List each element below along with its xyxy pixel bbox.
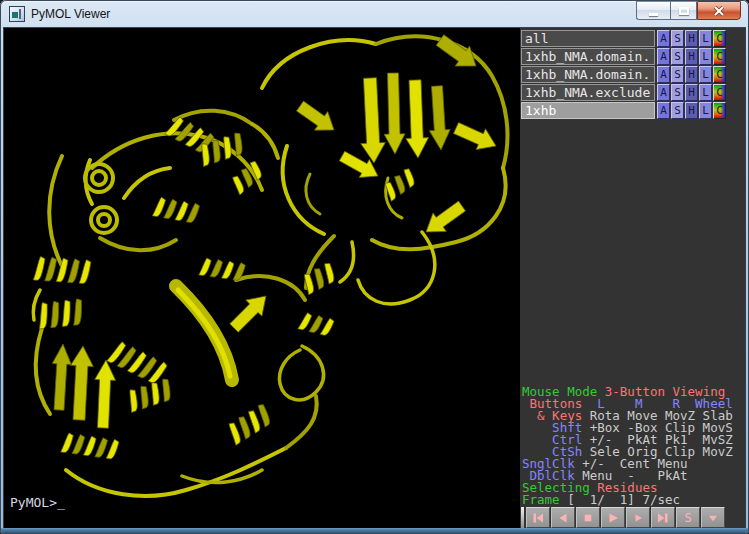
- object-hide-button[interactable]: H: [685, 30, 698, 47]
- close-button[interactable]: [697, 1, 741, 20]
- maximize-icon: [679, 7, 689, 15]
- internal-gui-panel: allASHLC1xhb_NMA.domain.ASHLC1xhb_NMA.do…: [520, 28, 745, 530]
- object-action-buttons: ASHLC: [657, 102, 727, 119]
- object-action-buttons: ASHLC: [657, 66, 727, 83]
- object-name-button[interactable]: 1xhb: [521, 102, 655, 119]
- scene-s-label: S: [684, 512, 691, 524]
- window-title: PyMOL Viewer: [31, 7, 110, 21]
- go-to-start-button[interactable]: [526, 507, 550, 528]
- object-show-button[interactable]: S: [671, 84, 684, 101]
- object-row: 1xhb_NMA.excludeASHLC: [521, 84, 744, 101]
- skip-start-icon: [532, 512, 544, 524]
- object-color-button[interactable]: C: [713, 102, 726, 119]
- scene-s-button[interactable]: S: [676, 507, 700, 528]
- down-icon: [707, 512, 719, 524]
- protein-cartoon: [33, 35, 507, 496]
- object-hide-button[interactable]: H: [685, 84, 698, 101]
- object-action-button[interactable]: A: [657, 48, 670, 65]
- object-name-button[interactable]: 1xhb_NMA.domain.: [521, 66, 655, 83]
- object-row: 1xhb_NMA.domain.ASHLC: [521, 66, 744, 83]
- object-label-button[interactable]: L: [699, 30, 712, 47]
- app-icon: [9, 6, 25, 22]
- step-back-button[interactable]: [551, 507, 575, 528]
- object-row: allASHLC: [521, 30, 744, 47]
- window-controls: [636, 1, 741, 20]
- titlebar[interactable]: PyMOL Viewer: [0, 0, 749, 28]
- pymol-window: PyMOL Viewer PyMOL>_ allAS: [0, 0, 749, 534]
- object-action-button[interactable]: A: [657, 84, 670, 101]
- object-label-button[interactable]: L: [699, 84, 712, 101]
- object-show-button[interactable]: S: [671, 48, 684, 65]
- object-label-button[interactable]: L: [699, 48, 712, 65]
- object-name-button[interactable]: 1xhb_NMA.exclude: [521, 84, 655, 101]
- object-action-button[interactable]: A: [657, 102, 670, 119]
- object-show-button[interactable]: S: [671, 102, 684, 119]
- object-color-button[interactable]: C: [713, 84, 726, 101]
- object-action-buttons: ASHLC: [657, 48, 727, 65]
- object-action-buttons: ASHLC: [657, 30, 727, 47]
- object-color-button[interactable]: C: [713, 30, 726, 47]
- menu-down-button[interactable]: [701, 507, 725, 528]
- object-label-button[interactable]: L: [699, 66, 712, 83]
- object-color-button[interactable]: C: [713, 48, 726, 65]
- app-icon-detail: [12, 12, 18, 18]
- minimize-icon: [649, 13, 658, 16]
- step-forward-button[interactable]: [626, 507, 650, 528]
- maximize-button[interactable]: [670, 1, 697, 20]
- object-label-button[interactable]: L: [699, 102, 712, 119]
- object-hide-button[interactable]: H: [685, 48, 698, 65]
- object-show-button[interactable]: S: [671, 30, 684, 47]
- skip-end-icon: [657, 512, 669, 524]
- object-color-button[interactable]: C: [713, 66, 726, 83]
- object-action-buttons: ASHLC: [657, 84, 727, 101]
- go-to-end-button[interactable]: [651, 507, 675, 528]
- object-hide-button[interactable]: H: [685, 66, 698, 83]
- mouse-panel: Mouse Mode 3-Button Viewing Buttons L M …: [522, 386, 733, 506]
- object-action-button[interactable]: A: [657, 66, 670, 83]
- back-icon: [557, 512, 569, 524]
- command-prompt[interactable]: PyMOL>_: [10, 496, 65, 510]
- object-name-button[interactable]: all: [521, 30, 655, 47]
- object-row: 1xhb_NMA.domain.ASHLC: [521, 48, 744, 65]
- close-icon: [713, 6, 725, 16]
- minimize-button[interactable]: [636, 1, 670, 20]
- app-icon-detail: [19, 9, 21, 19]
- object-name-button[interactable]: 1xhb_NMA.domain.: [521, 48, 655, 65]
- play-button[interactable]: [601, 507, 625, 528]
- object-show-button[interactable]: S: [671, 66, 684, 83]
- object-hide-button[interactable]: H: [685, 102, 698, 119]
- resize-gutter[interactable]: [521, 507, 524, 528]
- playback-controls: S: [521, 507, 726, 528]
- mouse-panel-line: Frame [ 1/ 1] 7/sec: [522, 494, 733, 506]
- stop-icon: [582, 512, 594, 524]
- molecule-canvas: [4, 28, 520, 530]
- stop-button[interactable]: [576, 507, 600, 528]
- client-area: PyMOL>_ allASHLC1xhb_NMA.domain.ASHLC1xh…: [4, 28, 745, 530]
- viewport-3d[interactable]: PyMOL>_: [4, 28, 520, 530]
- object-list: allASHLC1xhb_NMA.domain.ASHLC1xhb_NMA.do…: [521, 30, 744, 120]
- object-action-button[interactable]: A: [657, 30, 670, 47]
- object-row: 1xhbASHLC: [521, 102, 744, 119]
- play-icon: [607, 512, 619, 524]
- forward-icon: [632, 512, 644, 524]
